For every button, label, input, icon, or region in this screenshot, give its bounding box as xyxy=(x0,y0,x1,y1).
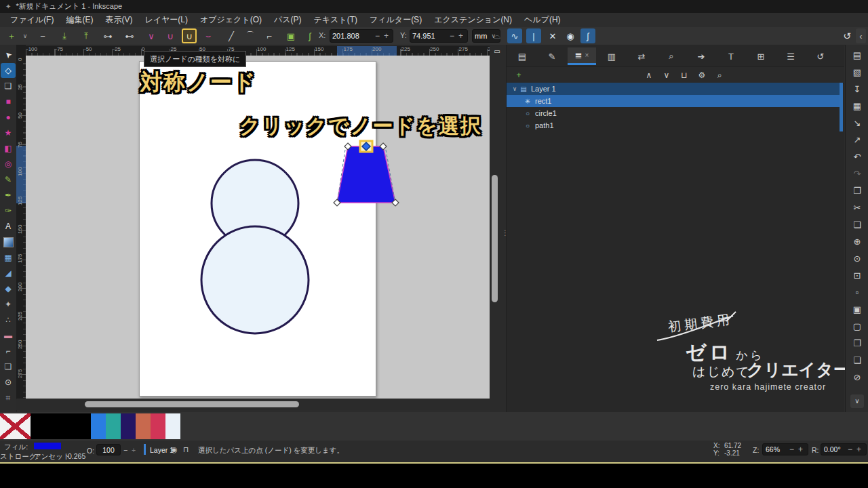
connector-tool[interactable]: ⌐ xyxy=(1,344,16,359)
insert-node-dropdown[interactable]: ∨ xyxy=(20,28,30,43)
filters-menu[interactable]: フィルター(S) xyxy=(363,13,428,27)
spray-tool[interactable]: ∴ xyxy=(1,312,16,327)
vertical-ruler[interactable]: 0255075100125150175200225250275 xyxy=(16,56,26,399)
paste-button[interactable]: ❏ xyxy=(850,218,864,232)
make-corner-segment-button[interactable]: ⌐ xyxy=(262,28,277,43)
list-scroll-indicator[interactable] xyxy=(840,83,843,131)
edit-clipping-paths-toggle[interactable]: ⌓ xyxy=(490,28,505,43)
transform-tab[interactable]: ⇄ xyxy=(627,47,656,65)
mesh-gradient-tool[interactable]: ▦ xyxy=(1,250,16,265)
clone-button[interactable]: ❏ xyxy=(850,354,864,367)
import-button[interactable]: ↘ xyxy=(850,117,864,130)
export-tab[interactable]: ➔ xyxy=(687,47,715,65)
text-menu[interactable]: テキスト(T) xyxy=(308,13,363,27)
delete-node-button[interactable]: − xyxy=(35,28,50,43)
rotation-field[interactable]: 0.00° − + xyxy=(821,443,867,455)
pages-tool[interactable]: ❏ xyxy=(1,359,16,374)
make-curve-button[interactable]: ⌒ xyxy=(243,28,258,43)
dropper-tool[interactable]: ◢ xyxy=(1,266,16,281)
print-button[interactable]: ▦ xyxy=(850,100,864,113)
crimson-swatch[interactable] xyxy=(151,413,165,439)
horizontal-scrollbar-thumb[interactable] xyxy=(85,401,299,407)
y-coordinate-value[interactable]: 74.951 xyxy=(412,32,448,40)
x-increment-button[interactable]: + xyxy=(382,31,391,41)
refresh-icon[interactable]: ↺ xyxy=(840,28,854,43)
layers-objects-tab[interactable]: ≣× xyxy=(568,47,596,65)
layer-visibility-eye-icon[interactable]: ◉ xyxy=(171,445,178,454)
gradient-tool[interactable] xyxy=(1,235,16,249)
group-button[interactable]: ▣ xyxy=(850,303,864,317)
rectangle-tool[interactable]: ■ xyxy=(1,94,16,109)
no-color-swatch[interactable] xyxy=(0,413,31,439)
ellipse-tool[interactable]: ● xyxy=(1,110,16,125)
zoom-selection-button[interactable]: ⊕ xyxy=(850,235,864,249)
zoom-tool[interactable]: ⊙ xyxy=(1,375,16,390)
x-coordinate-value[interactable]: 201.808 xyxy=(332,32,373,40)
measure-tool[interactable]: ⌗ xyxy=(1,390,16,405)
selector-tool[interactable]: ➤ xyxy=(1,47,16,62)
layer-menu[interactable]: レイヤー(L) xyxy=(138,13,194,27)
zoom-field[interactable]: 66% − + xyxy=(762,443,808,455)
pale-blue-swatch[interactable] xyxy=(165,413,180,439)
stroke-width-value[interactable]: 0.265 xyxy=(68,452,85,460)
blue-swatch[interactable] xyxy=(91,413,106,439)
cut-button[interactable]: ✂ xyxy=(850,201,864,215)
opacity-field[interactable]: 100 xyxy=(96,444,121,455)
show-bezier-handles-toggle[interactable]: ∿ xyxy=(507,28,522,43)
object-row-circle1[interactable]: ○circle1 xyxy=(507,107,840,119)
horizontal-scrollbar[interactable] xyxy=(16,399,490,410)
unlink-clone-button[interactable]: ⊘ xyxy=(850,371,864,384)
layers-objects-tab-close-icon[interactable]: × xyxy=(585,52,589,59)
object-to-path-button[interactable]: ▣ xyxy=(283,28,298,43)
undo-history-tab[interactable]: ↺ xyxy=(806,47,835,65)
export-button[interactable]: ↗ xyxy=(850,134,864,147)
eraser-tool[interactable]: ▬ xyxy=(1,328,16,343)
make-smooth-button[interactable]: ∪ xyxy=(163,28,178,43)
help-menu[interactable]: ヘルプ(H) xyxy=(518,13,567,27)
ungroup-button[interactable]: ▢ xyxy=(850,320,864,333)
new-document-button[interactable]: ▤ xyxy=(850,49,864,62)
fill-color-indicator[interactable] xyxy=(34,443,61,449)
file-menu[interactable]: ファイル(F) xyxy=(4,13,60,27)
shape-builder-tool[interactable]: ❏ xyxy=(1,79,16,94)
text-tool[interactable]: A xyxy=(1,219,16,234)
layer-settings-button[interactable]: ⚙ xyxy=(695,69,709,81)
pencil-tool[interactable]: ✎ xyxy=(1,172,16,187)
tweak-tool[interactable]: ✦ xyxy=(1,297,16,312)
stroke-value[interactable]: アンセット xyxy=(34,452,71,462)
text-font-tab[interactable]: T xyxy=(717,47,745,65)
y-coordinate-field[interactable]: 74.951 − + xyxy=(410,29,468,43)
show-path-outline-toggle[interactable]: ∫ xyxy=(580,28,595,43)
black-swatch-2[interactable] xyxy=(60,413,91,439)
y-increment-button[interactable]: + xyxy=(456,31,465,41)
make-corner-button[interactable]: ∨ xyxy=(144,28,159,43)
zoom-increment-button[interactable]: + xyxy=(796,445,805,454)
symbols-tab[interactable]: ▥ xyxy=(597,47,626,65)
teal-swatch[interactable] xyxy=(106,413,121,439)
coral-swatch[interactable] xyxy=(136,413,151,439)
vertical-scrollbar-thumb[interactable] xyxy=(492,175,498,302)
edit-masks-toggle[interactable]: ✕ xyxy=(545,28,560,43)
x-decrement-button[interactable]: − xyxy=(373,31,382,41)
align-distribute-tab[interactable]: ⊞ xyxy=(747,47,775,65)
x-ray-mode-toggle[interactable]: ◉ xyxy=(563,28,578,43)
undo-button[interactable]: ↶ xyxy=(850,150,864,164)
find-replace-tab[interactable]: ⌕ xyxy=(657,47,686,65)
paint-bucket-tool[interactable]: ◆ xyxy=(1,281,16,296)
delete-segment-button[interactable]: ⊷ xyxy=(122,28,137,43)
view-menu[interactable]: 表示(V) xyxy=(99,13,138,27)
make-line-button[interactable]: ╱ xyxy=(224,28,239,43)
object-row-path1[interactable]: ○path1 xyxy=(507,119,840,131)
objects-tab[interactable]: ☰ xyxy=(776,47,805,65)
make-symmetric-button[interactable]: ∪ xyxy=(182,28,197,43)
star-tool[interactable]: ★ xyxy=(1,125,16,140)
y-decrement-button[interactable]: − xyxy=(448,31,456,41)
edit-menu[interactable]: 編集(E) xyxy=(60,13,99,27)
horizontal-ruler[interactable]: -100-75-50-25025507510012515017520022525… xyxy=(26,46,490,56)
snap-controls-toggle[interactable]: ▭ xyxy=(491,47,503,56)
copy-button[interactable]: ❐ xyxy=(850,184,864,198)
insert-node-button[interactable]: + xyxy=(4,28,19,43)
break-nodes-button[interactable]: ⤒ xyxy=(79,28,94,43)
opacity-decrement-button[interactable]: − xyxy=(123,446,127,454)
rotation-increment-button[interactable]: + xyxy=(854,445,863,454)
